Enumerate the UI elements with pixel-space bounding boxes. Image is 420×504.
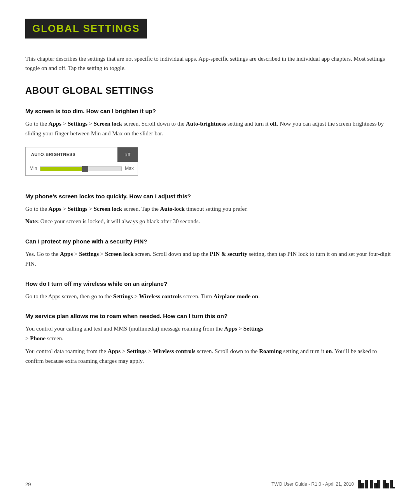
widget-slider-track [40, 166, 122, 171]
faq-answer-1: Go to the Apps > Settings > Screen lock … [25, 119, 395, 181]
hin-logo-bar-1 [358, 480, 361, 488]
widget-label: AUTO-BRIGHTNESS [26, 148, 117, 161]
faq-question-4: How do I turn off my wireless while on a… [25, 280, 395, 288]
hin-logo-bar-8 [386, 483, 389, 488]
faq-item-5: My service plan allows me to roam when n… [25, 312, 395, 366]
faq-item-4: How do I turn off my wireless while on a… [25, 280, 395, 301]
page-footer: 29 TWO User Guide - R1.0 - April 21, 201… [25, 480, 395, 488]
hin-logo-bar-9 [390, 480, 393, 488]
widget-slider-fill [40, 167, 85, 171]
faq-question-1: My screen is too dim. How can I brighten… [25, 107, 395, 115]
widget-toggle: off [117, 147, 138, 162]
hin-logo-dot [393, 487, 395, 488]
page-header-banner: GLOBAL SETTINGS [25, 19, 147, 38]
faq-answer-4: Go to the Apps screen, then go to the Se… [25, 292, 395, 301]
faq-item-2: My phone’s screen locks too quickly. How… [25, 192, 395, 227]
faq-question-5: My service plan allows me to roam when n… [25, 312, 395, 320]
hin-logo-bar-3 [365, 480, 368, 488]
footer-doc-text: TWO User Guide - R1.0 - April 21, 2010 [271, 481, 354, 487]
faq-question-2: My phone’s screen locks too quickly. How… [25, 192, 395, 200]
page-title: GLOBAL SETTINGS [32, 23, 140, 34]
faq-item-1: My screen is too dim. How can I brighten… [25, 107, 395, 181]
intro-paragraph: This chapter describes the settings that… [25, 54, 395, 73]
footer-page-number: 29 [25, 481, 31, 487]
hin-logo [358, 480, 395, 488]
faq-answer-2: Go to the Apps > Settings > Screen lock … [25, 204, 395, 227]
faq-item-3: Can I protect my phone with a security P… [25, 237, 395, 269]
widget-top-row: AUTO-BRIGHTNESS off [26, 147, 138, 162]
page-container: GLOBAL SETTINGS This chapter describes t… [0, 0, 420, 400]
hin-logo-bar-6 [377, 480, 380, 488]
widget-min-label: Min [30, 165, 37, 173]
auto-brightness-widget: AUTO-BRIGHTNESS off Min Max [25, 147, 138, 176]
widget-max-label: Max [125, 165, 134, 173]
faq-question-3: Can I protect my phone with a security P… [25, 237, 395, 245]
widget-bottom-row: Min Max [26, 162, 138, 175]
widget-slider-thumb [82, 166, 88, 172]
hin-logo-bar-4 [370, 480, 373, 488]
hin-logo-bar-7 [383, 480, 386, 488]
faq-answer-5: You control your calling and text and MM… [25, 324, 395, 366]
section-heading: ABOUT GLOBAL SETTINGS [25, 85, 395, 96]
hin-logo-bar-2 [361, 483, 364, 488]
faq-answer-3: Yes. Go to the Apps > Settings > Screen … [25, 249, 395, 269]
hin-logo-bar-5 [374, 483, 377, 488]
footer-doc-info: TWO User Guide - R1.0 - April 21, 2010 [271, 480, 395, 488]
